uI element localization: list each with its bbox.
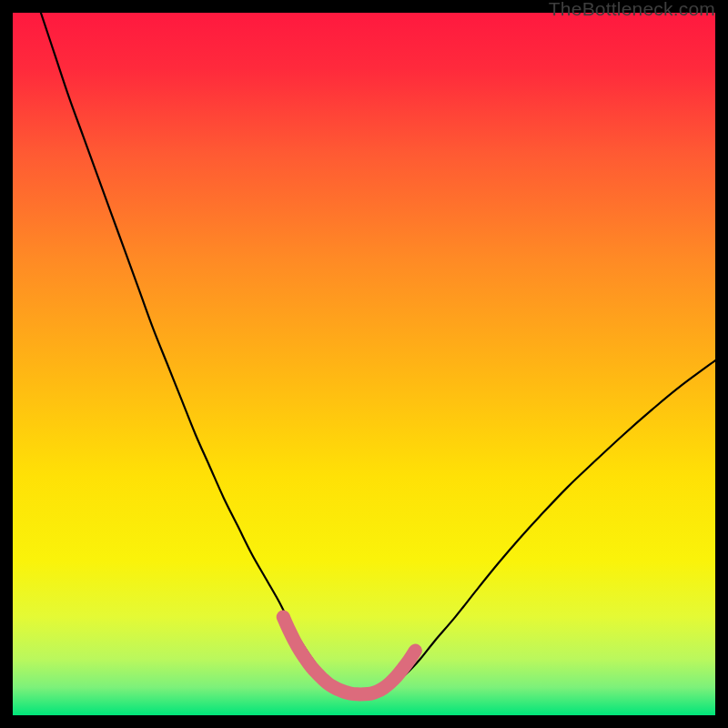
attribution-text: TheBottleneck.com (549, 0, 715, 20)
bottleneck-chart (13, 13, 715, 715)
chart-frame (13, 13, 715, 715)
gradient-background (13, 13, 715, 715)
